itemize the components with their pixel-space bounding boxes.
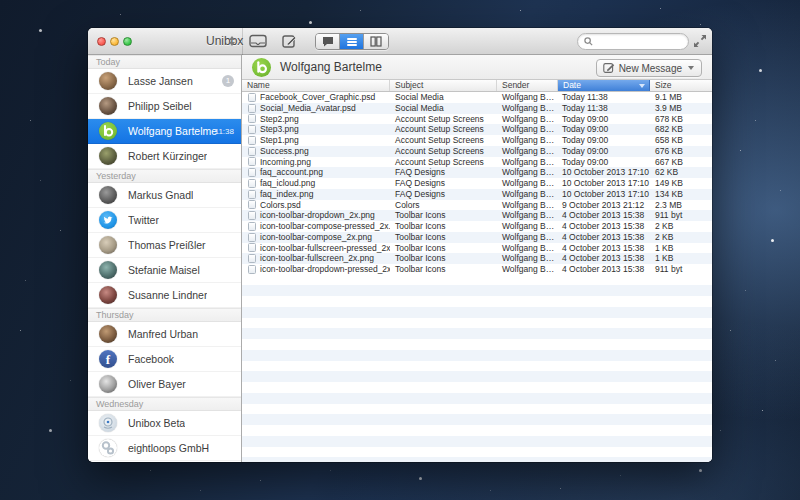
contact-name: Markus Gnadl <box>128 189 193 201</box>
date-cell: 10 October 2013 17:10 <box>558 167 650 178</box>
grid-view-segment[interactable] <box>364 34 388 49</box>
contact-lasse-jansen[interactable]: Lasse Jansen 1 <box>88 69 241 94</box>
file-icon <box>248 157 256 166</box>
search-input[interactable] <box>596 36 680 47</box>
fullscreen-button[interactable] <box>693 34 707 48</box>
size-cell: 676 KB <box>650 146 712 157</box>
zoom-button[interactable] <box>123 37 132 46</box>
column-header-size[interactable]: Size <box>650 80 712 91</box>
list-view-icon <box>347 37 357 47</box>
search-icon <box>584 37 593 46</box>
conversation-sidebar: Today Lasse Jansen 1 Philipp Seibel Wolf… <box>88 55 242 462</box>
file-name-cell: Step3.png <box>242 124 390 135</box>
attachment-row[interactable]: Incoming.png Account Setup Screens Wolfg… <box>242 157 712 168</box>
contact-philipp-seibel[interactable]: Philipp Seibel <box>88 94 241 119</box>
conversation-view-segment[interactable] <box>316 34 340 49</box>
sender-cell: Wolfgang Barte… <box>497 167 558 178</box>
bartelme-logo-avatar <box>252 58 271 77</box>
avatar <box>99 325 117 343</box>
contact-manfred-urban[interactable]: Manfred Urban <box>88 322 241 347</box>
sender-cell: Wolfgang Barte… <box>497 124 558 135</box>
file-name-cell: icon-toolbar-compose_2x.png <box>242 232 390 243</box>
column-header-name[interactable]: Name <box>242 80 390 91</box>
attachment-row[interactable]: Success.png Account Setup Screens Wolfga… <box>242 146 712 157</box>
date-cell: 4 October 2013 15:38 <box>558 243 650 254</box>
file-name: Step3.png <box>260 124 299 135</box>
contact-susanne-lindner[interactable]: Susanne Lindner <box>88 283 241 308</box>
sender-cell: Wolfgang Barte… <box>497 200 558 211</box>
minimize-button[interactable] <box>110 37 119 46</box>
column-header-subject[interactable]: Subject <box>390 80 497 91</box>
attachment-row[interactable]: Facebook_Cover_Graphic.psd Social Media … <box>242 92 712 103</box>
size-cell: 682 KB <box>650 124 712 135</box>
date-cell: Today 09:00 <box>558 157 650 168</box>
file-icon <box>248 179 256 188</box>
attachment-row[interactable]: icon-toolbar-fullscreen_2x.png Toolbar I… <box>242 253 712 264</box>
file-name-cell: faq_icloud.png <box>242 178 390 189</box>
avatar <box>99 72 117 90</box>
contact-stefanie-maisel[interactable]: Stefanie Maisel <box>88 258 241 283</box>
attachment-row[interactable]: Step1.png Account Setup Screens Wolfgang… <box>242 135 712 146</box>
attachment-row[interactable]: icon-toolbar-dropdown-pressed_2x.png Too… <box>242 264 712 275</box>
attachment-row[interactable]: icon-toolbar-fullscreen-pressed_2x.png T… <box>242 243 712 254</box>
contact-name: Robert Kürzinger <box>128 150 207 162</box>
date-cell: 4 October 2013 15:38 <box>558 210 650 221</box>
compose-button[interactable] <box>279 33 299 49</box>
file-name: Step1.png <box>260 135 299 146</box>
message-time: 11:38 <box>215 127 234 136</box>
size-cell: 678 KB <box>650 114 712 125</box>
attachment-row[interactable]: faq_account.png FAQ Designs Wolfgang Bar… <box>242 167 712 178</box>
column-header-sender[interactable]: Sender <box>497 80 558 91</box>
file-icon <box>248 190 256 199</box>
contact-twitter[interactable]: Twitter <box>88 208 241 233</box>
subject-cell: FAQ Designs <box>390 189 497 200</box>
sort-descending-icon <box>639 84 645 88</box>
date-cell: Today 09:00 <box>558 146 650 157</box>
subject-cell: Toolbar Icons <box>390 232 497 243</box>
attachment-row[interactable]: icon-toolbar-compose_2x.png Toolbar Icon… <box>242 232 712 243</box>
contact-name: Susanne Lindner <box>128 289 207 301</box>
attachment-row[interactable]: Step2.png Account Setup Screens Wolfgang… <box>242 114 712 125</box>
list-view-segment[interactable] <box>340 34 364 49</box>
file-icon <box>248 243 256 252</box>
attachment-row[interactable]: faq_icloud.png FAQ Designs Wolfgang Bart… <box>242 178 712 189</box>
section-header-today: Today <box>88 55 241 69</box>
unibox-window: Unibox <box>88 28 712 462</box>
attachment-row[interactable]: Step3.png Account Setup Screens Wolfgang… <box>242 124 712 135</box>
file-name: Success.png <box>260 146 309 157</box>
contact-unibox-beta[interactable]: Unibox Beta <box>88 411 241 436</box>
sender-cell: Wolfgang Barte… <box>497 157 558 168</box>
archive-button[interactable] <box>248 33 268 49</box>
contact-markus-gnadl[interactable]: Markus Gnadl <box>88 183 241 208</box>
account-popup-chevrons-icon[interactable] <box>228 35 236 47</box>
close-button[interactable] <box>97 37 106 46</box>
contact-robert-kuerzinger[interactable]: Robert Kürzinger <box>88 144 241 169</box>
contact-thomas-preissler[interactable]: Thomas Preißler <box>88 233 241 258</box>
attachment-row[interactable]: Colors.psd Colors Wolfgang Barte… 9 Octo… <box>242 200 712 211</box>
new-message-button[interactable]: New Message <box>596 59 702 77</box>
chevron-down-icon <box>688 66 694 70</box>
sender-cell: Wolfgang Barte… <box>497 114 558 125</box>
unread-badge: 1 <box>222 75 234 87</box>
attachment-row[interactable]: icon-toolbar-dropdown_2x.png Toolbar Ico… <box>242 210 712 221</box>
attachment-row[interactable]: icon-toolbar-compose-pressed_2x.png Tool… <box>242 221 712 232</box>
contact-name: Lasse Jansen <box>128 75 193 87</box>
contact-wolfgang-bartelme[interactable]: Wolfgang Bartelme 11:38 <box>88 119 241 144</box>
contact-eightloops-gmbh[interactable]: eightloops GmbH <box>88 436 241 461</box>
file-icon <box>248 254 256 263</box>
date-label: Date <box>563 80 581 90</box>
eightloops-logo-avatar <box>99 439 117 457</box>
file-name-cell: Success.png <box>242 146 390 157</box>
sender-cell: Wolfgang Barte… <box>497 210 558 221</box>
titlebar[interactable]: Unibox <box>88 28 712 55</box>
contact-facebook[interactable]: f Facebook <box>88 347 241 372</box>
column-header-date[interactable]: Date <box>558 80 650 91</box>
date-cell: 10 October 2013 17:10 <box>558 178 650 189</box>
subject-cell: FAQ Designs <box>390 167 497 178</box>
attachment-row[interactable]: Social_Media_Avatar.psd Social Media Wol… <box>242 103 712 114</box>
avatar <box>99 375 117 393</box>
contact-oliver-bayer[interactable]: Oliver Bayer <box>88 372 241 397</box>
search-field[interactable] <box>577 33 689 50</box>
attachment-row[interactable]: faq_index.png FAQ Designs Wolfgang Barte… <box>242 189 712 200</box>
avatar <box>99 286 117 304</box>
